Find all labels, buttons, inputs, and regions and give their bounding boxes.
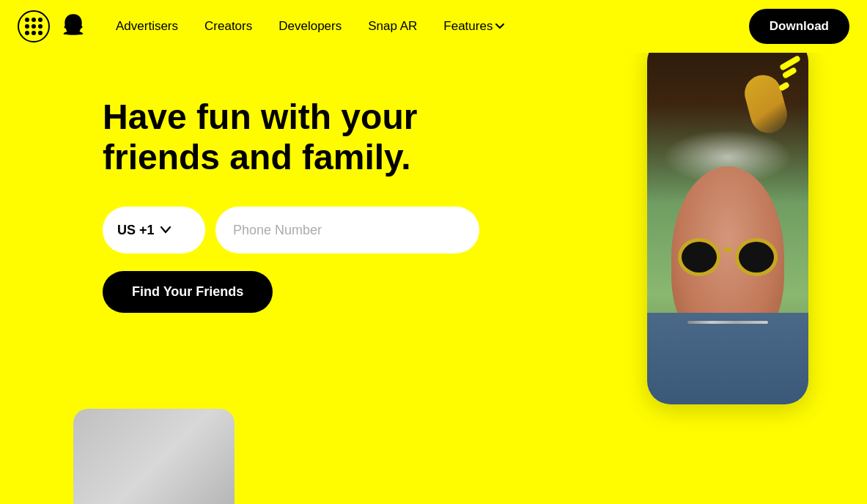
find-friends-button[interactable]: Find Your Friends <box>103 271 273 313</box>
nav-item-developers[interactable]: Developers <box>268 13 352 40</box>
clothing-decoration <box>647 313 808 404</box>
nav-item-creators[interactable]: Creators <box>194 13 262 40</box>
left-lens <box>678 238 720 276</box>
nav-item-advertisers[interactable]: Advertisers <box>106 13 188 40</box>
snapchat-logo-icon[interactable] <box>59 12 88 41</box>
bottom-card-preview <box>73 409 235 504</box>
sunglasses-decoration <box>678 238 778 276</box>
phone-number-input[interactable] <box>215 207 479 253</box>
header-left <box>18 10 88 42</box>
nav-item-snap-ar[interactable]: Snap AR <box>358 13 427 40</box>
site-header: Advertisers Creators Developers Snap AR … <box>0 0 867 53</box>
accent-lines-decoration <box>779 60 801 95</box>
country-code-label: US +1 <box>117 223 155 238</box>
phone-screen <box>647 53 808 404</box>
grid-menu-button[interactable] <box>18 10 50 42</box>
phone-mockup <box>647 53 808 404</box>
nav-item-features[interactable]: Features <box>433 13 514 40</box>
hero-headline: Have fun with your friends and family. <box>103 97 528 177</box>
right-lens <box>735 238 778 276</box>
bottom-card-image <box>73 409 235 504</box>
download-button[interactable]: Download <box>749 9 849 44</box>
country-code-selector[interactable]: US +1 <box>103 207 205 253</box>
accent-line-3 <box>778 81 790 92</box>
main-nav: Advertisers Creators Developers Snap AR … <box>106 13 749 40</box>
necklace-decoration <box>687 321 768 324</box>
chevron-down-icon <box>495 22 504 31</box>
hero-section: Have fun with your friends and family. U… <box>0 53 867 504</box>
grid-dots-icon <box>25 18 43 35</box>
chevron-down-icon <box>161 226 171 234</box>
lens-bridge <box>723 248 732 252</box>
